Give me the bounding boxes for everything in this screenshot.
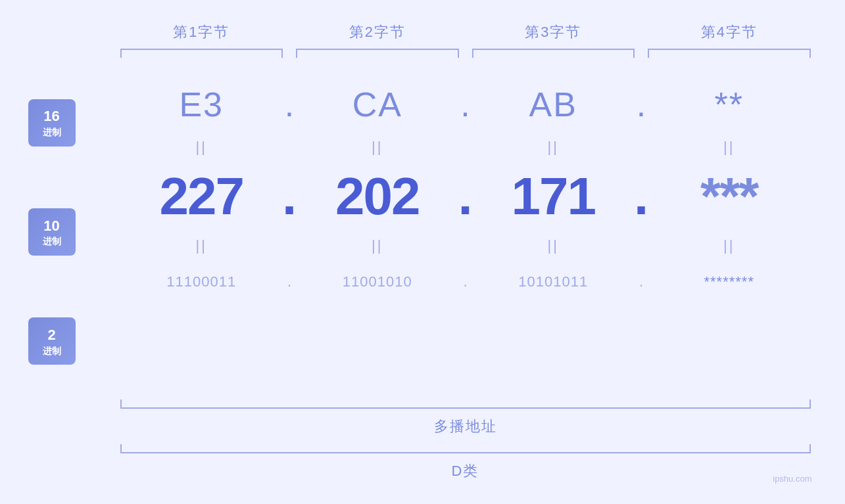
decimal-row: 227 . 202 . 171 . *** [114, 160, 817, 233]
bottom-bracket1 [120, 400, 811, 409]
bracket-byte4 [648, 49, 811, 58]
byte4-header: 第4字节 [641, 22, 817, 42]
eq2-byte4: || [654, 237, 804, 254]
bin-byte3: 10101011 [479, 273, 629, 290]
dec-dot1: . [276, 166, 302, 227]
hex-byte1: E3 [127, 85, 277, 124]
hex-row: E3 . CA . AB . ** [114, 75, 817, 134]
hex-dot2: . [452, 85, 479, 124]
eq1-byte2: || [302, 139, 452, 156]
bracket-byte2 [296, 49, 459, 58]
hex-dot1: . [276, 85, 302, 124]
byte2-header: 第2字节 [289, 22, 466, 42]
data-rows: E3 . CA . AB . ** || || || || 227 [114, 68, 817, 396]
equals-row1: || || || || [114, 134, 817, 160]
top-bracket-row [114, 49, 817, 62]
eq1-byte4: || [654, 139, 804, 156]
multicast-label: 多播地址 [114, 409, 817, 444]
hex-byte3: AB [479, 85, 629, 124]
hex-dot3: . [628, 85, 654, 124]
byte1-header: 第1字节 [114, 22, 290, 42]
dec-byte3: 171 [479, 166, 629, 227]
bin-byte4: ******** [654, 273, 804, 290]
binary-row: 11100011 . 11001010 . 10101011 . *******… [114, 259, 817, 305]
eq1-byte3: || [479, 139, 629, 156]
dec-dot2: . [452, 166, 479, 227]
eq2-byte3: || [479, 237, 629, 254]
eq1-byte1: || [127, 139, 277, 156]
bin-byte1: 11100011 [127, 273, 277, 290]
eq2-byte1: || [127, 237, 277, 254]
hex-byte2: CA [302, 85, 452, 124]
byte3-header: 第3字节 [466, 22, 642, 42]
eq2-byte2: || [302, 237, 452, 254]
labels-column: 16 进制 10 进制 2 进制 [28, 68, 114, 396]
dec-byte4: *** [654, 166, 804, 227]
dec-byte1: 227 [127, 166, 277, 227]
watermark: ipshu.com [773, 474, 811, 484]
hex-byte4: ** [654, 85, 804, 124]
header-row: 第1字节 第2字节 第3字节 第4字节 [114, 22, 817, 42]
bin-dot3: . [628, 273, 654, 290]
equals-row2: || || || || [114, 233, 817, 259]
class-label: D类 [114, 453, 817, 489]
main-content: 16 进制 10 进制 2 进制 E3 . CA . AB . ** [28, 68, 817, 396]
bin-dot2: . [452, 273, 479, 290]
bottom-bracket2 [120, 444, 811, 453]
hex-label: 16 进制 [28, 99, 76, 147]
dec-dot3: . [628, 166, 654, 227]
bracket-byte1 [120, 49, 283, 58]
bracket-byte3 [472, 49, 635, 58]
bottom-section: 多播地址 D类 [114, 400, 817, 489]
bin-byte2: 11001010 [302, 273, 452, 290]
bin-label: 2 进制 [28, 317, 76, 365]
bin-dot1: . [276, 273, 302, 290]
dec-byte2: 202 [302, 166, 452, 227]
dec-label: 10 进制 [28, 208, 76, 256]
